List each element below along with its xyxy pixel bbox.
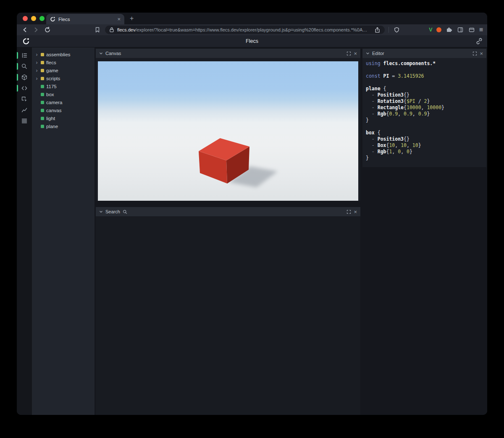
search-panel: Search × [96, 207, 360, 415]
search-icon [21, 63, 28, 70]
share-icon[interactable] [373, 26, 381, 34]
close-panel-icon[interactable]: × [354, 209, 357, 215]
canvas-panel-title: Canvas [105, 51, 121, 56]
tree-item-1175[interactable]: 1175 [32, 82, 94, 90]
code-line: const PI = 3.1415926 [366, 73, 483, 79]
share-link-icon[interactable] [475, 38, 482, 46]
code-line: - Rectangle{10000, 10000} [366, 105, 483, 111]
rail-button-query[interactable] [17, 61, 32, 72]
search-panel-title: Search [105, 209, 120, 214]
extensions-puzzle-icon[interactable] [445, 26, 453, 34]
forward-button[interactable] [32, 26, 40, 34]
browser-tab[interactable]: Flecs × [46, 14, 124, 24]
page-title: Flecs [17, 35, 487, 47]
code-line: } [366, 117, 483, 123]
close-window-button[interactable] [23, 16, 28, 21]
code-line: - Rgb{1, 0, 0} [366, 149, 483, 155]
code-line: } [366, 155, 483, 161]
rail-button-charts[interactable] [17, 105, 32, 115]
editor-panel: Editor × using flecs.components.* const … [362, 49, 486, 167]
tree-outline-icon [21, 52, 28, 59]
extension-orange-icon[interactable] [436, 27, 441, 32]
window-controls [23, 16, 45, 21]
tree-item-plane[interactable]: plane [32, 122, 94, 130]
editor-code[interactable]: using flecs.components.* const PI = 3.14… [366, 60, 483, 161]
chevron-down-icon[interactable] [99, 52, 103, 55]
editor-panel-title: Editor [372, 51, 384, 56]
minimize-window-button[interactable] [31, 16, 36, 21]
entity-label: scripts [46, 76, 60, 81]
entity-kind-square-icon [41, 109, 44, 112]
expand-panel-icon[interactable] [346, 51, 351, 56]
tree-item-box[interactable]: box [32, 90, 94, 98]
editor-panel-header[interactable]: Editor × [362, 49, 486, 58]
reload-button[interactable] [44, 26, 51, 34]
tab-title: Flecs [58, 17, 114, 22]
close-panel-icon[interactable]: × [480, 51, 483, 56]
expand-arrow-icon[interactable]: › [35, 60, 39, 65]
tree-item-scripts[interactable]: ›scripts [32, 74, 94, 82]
wallet-icon[interactable] [468, 26, 475, 34]
rail-button-canvas[interactable] [17, 72, 32, 83]
entity-label: box [46, 92, 54, 97]
back-button[interactable] [21, 26, 29, 34]
entity-kind-square-icon [41, 61, 44, 64]
chevron-down-icon[interactable] [99, 210, 103, 213]
icon-rail [17, 47, 32, 415]
tree-item-canvas[interactable]: canvas [32, 106, 94, 114]
menu-icon[interactable]: ≡ [479, 26, 483, 33]
entity-kind-square-icon [41, 53, 44, 56]
code-line: - Rgb{0.9, 0.9, 0.9} [366, 111, 483, 117]
entity-label: 1175 [46, 84, 57, 89]
close-panel-icon[interactable]: × [354, 51, 357, 56]
line-chart-icon [21, 107, 28, 113]
url-path: /explorer/?local=true&wasm=https://www.f… [135, 27, 367, 32]
address-bar[interactable]: flecs.dev/explorer/?local=true&wasm=http… [105, 26, 385, 34]
url-host: flecs.dev [117, 27, 135, 32]
shield-icon[interactable] [393, 26, 400, 34]
rail-button-editor[interactable] [17, 83, 32, 94]
rows-icon [21, 118, 28, 124]
extension-v-icon[interactable]: V [429, 27, 432, 33]
rail-button-entities[interactable] [17, 50, 32, 61]
expand-arrow-icon[interactable]: › [35, 68, 39, 73]
new-tab-button[interactable]: + [130, 15, 134, 22]
tree-item-game[interactable]: ›game [32, 66, 94, 74]
search-icon [123, 210, 127, 214]
entity-kind-square-icon [41, 117, 44, 120]
code-line: - Position3{} [366, 92, 483, 98]
lock-icon [109, 27, 115, 33]
entity-label: light [46, 116, 55, 121]
fullscreen-window-button[interactable] [39, 16, 45, 21]
bookmark-icon[interactable] [94, 26, 101, 34]
expand-panel-icon[interactable] [346, 210, 351, 214]
expand-panel-icon[interactable] [472, 51, 477, 56]
tree-item-assemblies[interactable]: ›assemblies [32, 50, 94, 58]
tab-close-icon[interactable]: × [117, 16, 121, 22]
flecs-favicon-icon [50, 16, 55, 22]
code-line: - Position3{} [366, 136, 483, 142]
editor-panel-body[interactable]: using flecs.components.* const PI = 3.14… [362, 58, 486, 167]
rail-button-stats[interactable] [17, 115, 32, 126]
entity-label: game [46, 68, 58, 73]
entity-kind-square-icon [41, 125, 44, 128]
tree-item-camera[interactable]: camera [32, 98, 94, 106]
url-text: flecs.dev/explorer/?local=true&wasm=http… [117, 27, 371, 32]
tree-item-flecs[interactable]: ›flecs [32, 58, 94, 66]
canvas-panel: Canvas × [96, 49, 360, 201]
canvas-panel-header[interactable]: Canvas × [96, 49, 360, 58]
sidebar-toggle-icon[interactable] [457, 26, 464, 34]
expand-arrow-icon[interactable]: › [35, 76, 39, 81]
canvas-3d-viewport[interactable] [98, 61, 358, 201]
tree-item-light[interactable]: light [32, 114, 94, 122]
search-panel-header[interactable]: Search × [96, 207, 360, 216]
toolbar-divider [388, 27, 389, 33]
expand-arrow-icon[interactable]: › [35, 52, 39, 57]
chevron-down-icon[interactable] [366, 52, 370, 55]
inspector-cursor-icon [21, 96, 28, 102]
tab-strip: Flecs × + [17, 13, 487, 24]
code-line: - Rotation3{$PI / 2} [366, 98, 483, 105]
code-line: plane { [366, 86, 483, 92]
browser-window: Flecs × + flecs.dev/explorer/?local=true… [17, 13, 487, 415]
rail-button-inspector[interactable] [17, 94, 32, 105]
